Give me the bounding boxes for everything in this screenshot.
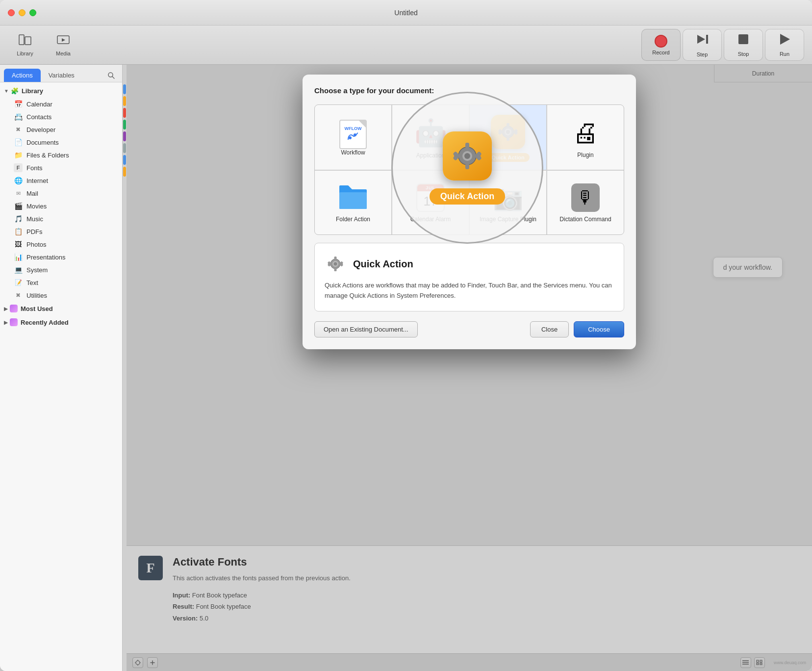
sidebar-item-music[interactable]: 🎵 Music — [0, 212, 122, 225]
system-icon: 💻 — [14, 265, 23, 274]
sidebar-item-mail[interactable]: ✉ Mail — [0, 187, 122, 200]
library-button[interactable]: Library — [8, 30, 42, 60]
sidebar-item-movies[interactable]: 🎬 Movies — [0, 200, 122, 212]
desc-title-row: Quick Action — [325, 253, 614, 275]
svg-rect-5 — [738, 34, 748, 44]
folder-action-icon — [338, 183, 368, 212]
toolbar-right: Record Step Stop — [641, 29, 804, 61]
sidebar-item-developer[interactable]: ✖ Developer — [0, 123, 122, 136]
files-folders-icon: 📁 — [14, 151, 23, 159]
sidebar-item-pdfs[interactable]: 📋 PDFs — [0, 225, 122, 238]
stop-button[interactable]: Stop — [724, 29, 763, 61]
sidebar-item-files-folders[interactable]: 📁 Files & Folders — [0, 149, 122, 161]
media-icon — [56, 34, 70, 49]
step-button[interactable]: Step — [683, 29, 722, 61]
sidebar-item-fonts-label: Fonts — [26, 164, 43, 172]
sidebar: Actions Variables ▼ 🧩 Library — [0, 65, 123, 671]
mail-icon: ✉ — [14, 189, 23, 198]
sidebar-item-presentations[interactable]: 📊 Presentations — [0, 251, 122, 263]
minimize-button[interactable] — [19, 9, 25, 16]
application-icon: 🤖 — [414, 117, 447, 148]
recently-added-section-header[interactable]: ▶ Recently Added — [0, 315, 122, 329]
photos-icon: 🖼 — [14, 240, 23, 249]
folder-action-label: Folder Action — [336, 216, 370, 224]
open-existing-button[interactable]: Open an Existing Document... — [314, 321, 418, 337]
media-button[interactable]: Media — [46, 30, 80, 60]
sidebar-item-internet[interactable]: 🌐 Internet — [0, 174, 122, 187]
sidebar-item-documents-label: Documents — [26, 139, 59, 146]
close-button[interactable]: Close — [530, 321, 569, 337]
doc-type-calendar-alarm[interactable]: JUL 17 Calendar Alarm — [392, 171, 469, 234]
dictation-icon: 🎙 — [571, 183, 600, 212]
step-label: Step — [697, 52, 708, 57]
sidebar-item-system[interactable]: 💻 System — [0, 263, 122, 276]
library-section-header[interactable]: ▼ 🧩 Library — [0, 84, 122, 98]
sidebar-item-presentations-label: Presentations — [26, 254, 66, 261]
sidebar-item-fonts[interactable]: F Fonts — [0, 161, 122, 174]
window-title: Untitled — [394, 9, 417, 17]
svg-marker-6 — [780, 34, 790, 45]
step-icon — [695, 32, 709, 50]
sidebar-item-utilities[interactable]: ✖ Utilities — [0, 289, 122, 302]
sidebar-item-mail-label: Mail — [26, 190, 38, 197]
dictation-label: Dictation Command — [559, 216, 611, 224]
doc-type-dictation[interactable]: 🎙 Dictation Command — [547, 171, 624, 234]
dialog-buttons: Open an Existing Document... Close Choos… — [314, 321, 624, 337]
sidebar-item-music-label: Music — [26, 215, 43, 223]
svg-rect-26 — [334, 257, 337, 260]
document-type-dialog: Choose a type for your document: WFLOW — [303, 75, 636, 349]
run-icon — [778, 33, 791, 49]
fonts-icon: F — [14, 163, 23, 172]
tab-variables[interactable]: Variables — [41, 69, 82, 82]
record-icon — [655, 35, 667, 48]
doc-type-workflow[interactable]: WFLOW Workflow — [315, 105, 391, 170]
stripe-pip-purple — [123, 131, 126, 141]
stop-icon — [737, 33, 750, 49]
library-label: Library — [17, 51, 33, 56]
run-button[interactable]: Run — [765, 29, 804, 61]
library-icon — [18, 34, 32, 49]
sidebar-item-text[interactable]: 📝 Text — [0, 276, 122, 289]
svg-line-8 — [112, 77, 114, 78]
doc-type-quick-action[interactable]: Quick Action — [470, 105, 546, 170]
choose-button[interactable]: Choose — [574, 321, 624, 337]
svg-rect-22 — [339, 192, 367, 209]
main-layout: Actions Variables ▼ 🧩 Library — [0, 65, 812, 671]
text-icon: 📝 — [14, 278, 23, 287]
run-label: Run — [780, 51, 789, 57]
description-box: Quick Action Quick Actions are workflows… — [314, 243, 624, 311]
titlebar: Untitled — [0, 0, 812, 26]
record-button[interactable]: Record — [641, 29, 681, 61]
music-icon: 🎵 — [14, 214, 23, 223]
sidebar-item-contacts[interactable]: 📇 Contacts — [0, 110, 122, 123]
stripe-pip-red — [123, 108, 126, 118]
svg-point-25 — [334, 262, 337, 266]
svg-rect-4 — [706, 35, 708, 44]
documents-icon: 📄 — [14, 138, 23, 147]
svg-rect-15 — [507, 137, 509, 141]
traffic-lights — [8, 9, 36, 16]
search-button[interactable] — [104, 70, 118, 81]
sidebar-item-calendar[interactable]: 📅 Calendar — [0, 98, 122, 110]
maximize-button[interactable] — [29, 9, 36, 16]
internet-icon: 🌐 — [14, 176, 23, 185]
doc-type-folder-action[interactable]: Folder Action — [315, 171, 391, 234]
svg-rect-27 — [334, 268, 337, 271]
close-button[interactable] — [8, 9, 15, 16]
sidebar-item-documents[interactable]: 📄 Documents — [0, 136, 122, 149]
quick-action-badge: Quick Action — [486, 153, 529, 162]
sidebar-item-files-folders-label: Files & Folders — [26, 152, 69, 159]
svg-marker-3 — [697, 35, 705, 44]
doc-type-plugin[interactable]: 🖨 Plugin — [547, 105, 624, 170]
tab-actions[interactable]: Actions — [4, 69, 41, 82]
stripe-pip-green — [123, 120, 126, 129]
contacts-icon: 📇 — [14, 112, 23, 121]
sidebar-tabs: Actions Variables — [0, 65, 122, 82]
sidebar-item-photos[interactable]: 🖼 Photos — [0, 238, 122, 251]
svg-point-9 — [349, 136, 352, 139]
doc-type-application[interactable]: 🤖 Application — [392, 105, 469, 170]
stop-label: Stop — [738, 51, 749, 57]
dialog-overlay: Choose a type for your document: WFLOW — [127, 65, 812, 671]
doc-type-image-capture[interactable]: 📷 Image Capture Plugin — [470, 171, 546, 234]
most-used-section-header[interactable]: ▶ Most Used — [0, 302, 122, 315]
